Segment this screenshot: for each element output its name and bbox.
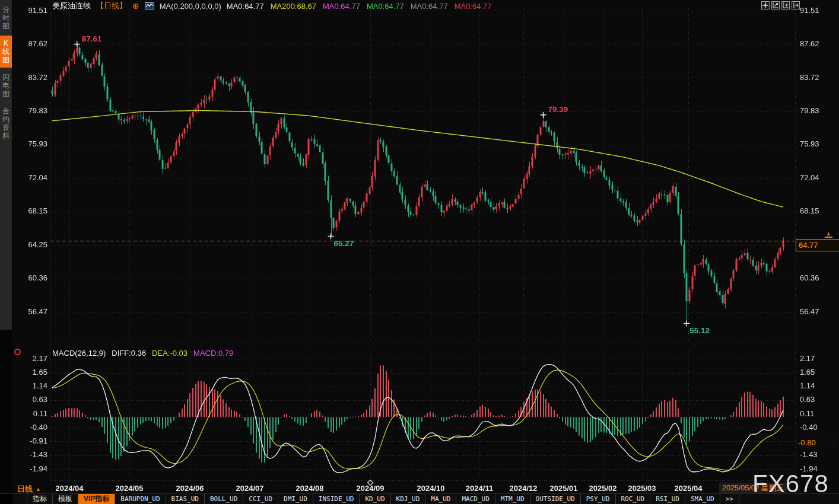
macd-macd-value: MACD:0.79	[193, 349, 233, 358]
symbol-name: 美原油连续	[52, 1, 91, 11]
toolbar-item--[interactable]: >>	[720, 494, 739, 504]
ma-value-3: MA0:64.77	[367, 2, 404, 11]
toolbar-item-kdj_ud[interactable]: KDJ_UD	[391, 494, 426, 504]
chart-header: 美原油连续 【日线】 ⊕ MA(0,200,0,0,0,0) MA0:64.77…	[52, 1, 492, 11]
toolbar-item-kd_ud[interactable]: KD_UD	[360, 494, 390, 504]
toolbar-item-psy_ud[interactable]: PSY_UD	[581, 494, 616, 504]
toolbar-corner	[0, 494, 12, 504]
app-window: 分 时 图K 线 图闪 电 图合 约 资 料 美原油连续 【日线】 ⊕ MA(0…	[0, 0, 839, 504]
chart-tool-buttons	[761, 1, 800, 9]
sidebar-tab-分时图[interactable]: 分 时 图	[0, 2, 12, 34]
fx678-watermark: FX678	[752, 470, 829, 498]
toolbar-item-sma_ud[interactable]: SMA_UD	[685, 494, 720, 504]
main-chart-canvas[interactable]	[0, 0, 839, 504]
toolbar-gap	[12, 494, 27, 504]
latest-price-arrow-icon[interactable]: ▲	[825, 231, 832, 238]
sidebar-tab-K线图[interactable]: K 线 图	[0, 36, 12, 68]
toolbar-item-vip-[interactable]: VIP指标	[78, 494, 115, 504]
sidebar-tabs: 分 时 图K 线 图闪 电 图合 约 资 料	[0, 0, 12, 330]
sidebar-tab-闪电图[interactable]: 闪 电 图	[0, 69, 12, 101]
left-sidebar: 分 时 图K 线 图闪 电 图合 约 资 料	[0, 0, 12, 504]
toolbar-item-outside_ud[interactable]: OUTSIDE_UD	[530, 494, 581, 504]
pan-icon[interactable]	[761, 1, 770, 9]
toolbar-item-rsi_ud[interactable]: RSI_UD	[650, 494, 685, 504]
axis-scale-icon[interactable]	[771, 1, 780, 9]
toolbar-item-boll_ud[interactable]: BOLL_UD	[205, 494, 243, 504]
toolbar-item-mtm_ud[interactable]: MTM_UD	[495, 494, 530, 504]
macd-dea-value: DEA:-0.03	[152, 349, 187, 358]
toolbar-item-dmi_ud[interactable]: DMI_UD	[278, 494, 313, 504]
indicator-toolbar: 指标模板VIP指标BARUPDN_UDBIAS_UDBOLL_UDCCI_UDD…	[0, 493, 839, 504]
macd-header: MACD(26,12,9) DIFF:0.36 DEA:-0.03 MACD:0…	[52, 349, 233, 358]
ma-value-1: MA200:68.67	[271, 2, 316, 11]
period-dropdown-icon: ▲	[36, 486, 41, 492]
toolbar-item-ma_ud[interactable]: MA_UD	[425, 494, 456, 504]
ma-value-5: MA0:64.77	[455, 2, 492, 11]
shift-right-icon[interactable]	[792, 1, 800, 9]
macd-value-badge: -0.80	[796, 438, 837, 448]
indicator-anchor-icon[interactable]	[14, 349, 21, 355]
toolbar-item--[interactable]: 指标	[27, 494, 53, 504]
ma-value-0: MA0:64.77	[227, 2, 264, 11]
macd-diff-value: DIFF:0.36	[112, 349, 146, 358]
sidebar-tab-合约资料[interactable]: 合 约 资 料	[0, 103, 12, 143]
toolbar-item-macd_ud[interactable]: MACD_UD	[456, 494, 495, 504]
toolbar-item-inside_ud[interactable]: INSIDE_UD	[313, 494, 360, 504]
toolbar-item-barupdn_ud[interactable]: BARUPDN_UD	[115, 494, 166, 504]
toolbar-item-cci_ud[interactable]: CCI_UD	[243, 494, 278, 504]
ma-values: MA0:64.77MA200:68.67MA0:64.77MA0:64.77MA…	[227, 2, 492, 11]
ma-settings-label: MA(0,200,0,0,0,0)	[160, 2, 221, 11]
chart-thumbnail-icon[interactable]	[145, 2, 154, 9]
ma-value-2: MA0:64.77	[323, 2, 360, 11]
current-price-badge: 64.77	[796, 239, 839, 251]
axis-pan-icon[interactable]	[781, 1, 790, 9]
toolbar-item-bias_ud[interactable]: BIAS_UD	[166, 494, 205, 504]
toolbar-item-roc_ud[interactable]: ROC_UD	[616, 494, 651, 504]
macd-title: MACD(26,12,9)	[52, 349, 106, 358]
indicator-toolbar-items: 指标模板VIP指标BARUPDN_UDBIAS_UDBOLL_UDCCI_UDD…	[27, 494, 739, 504]
ma-value-4: MA0:64.77	[411, 2, 448, 11]
period-tag[interactable]: 【日线】	[96, 1, 127, 11]
toolbar-item--[interactable]: 模板	[53, 494, 78, 504]
add-indicator-icon[interactable]: ⊕	[132, 1, 139, 11]
